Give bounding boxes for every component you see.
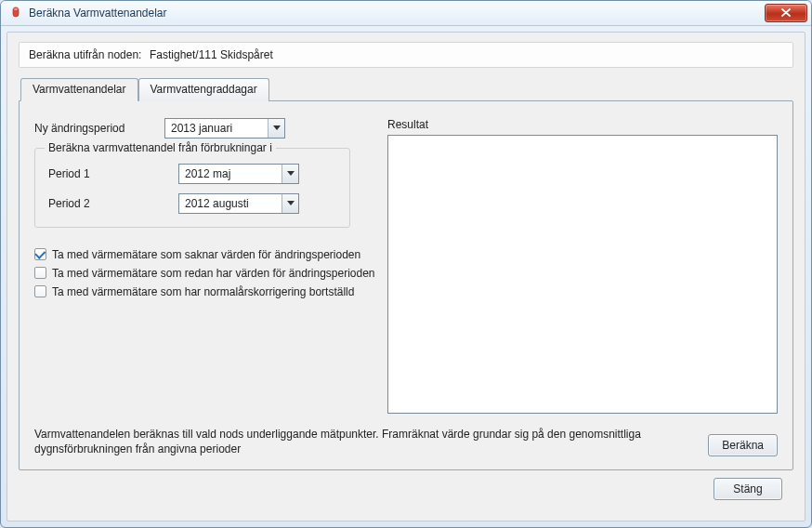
chevron-down-icon[interactable] [282, 194, 298, 213]
right-column: Resultat [387, 118, 778, 414]
new-period-row: Ny ändringsperiod 2013 januari [34, 118, 387, 139]
panel-top: Ny ändringsperiod 2013 januari Beräkna v… [34, 118, 778, 414]
period-groupbox: Beräkna varmvattenandel från förbrukning… [34, 148, 350, 228]
dialog-window: Beräkna Varmvattenandelar Beräkna utifrå… [0, 0, 812, 528]
node-context-row: Beräkna utifrån noden: Fastighet/111 Ski… [19, 42, 793, 68]
result-box[interactable] [387, 135, 778, 414]
titlebar[interactable]: Beräkna Varmvattenandelar [1, 1, 811, 26]
checkbox-section: Ta med värmemätare som saknar värden för… [34, 248, 387, 298]
result-label: Resultat [387, 118, 778, 131]
period1-dropdown[interactable]: 2012 maj [178, 164, 299, 184]
checkbox-row-3: Ta med värmemätare som har normalårskorr… [34, 285, 387, 298]
calculate-button[interactable]: Beräkna [708, 434, 778, 456]
period2-label: Period 2 [48, 197, 178, 210]
new-period-label: Ny ändringsperiod [34, 122, 164, 135]
tab-panel: Ny ändringsperiod 2013 januari Beräkna v… [19, 100, 793, 470]
checkbox-2-label: Ta med värmemätare som redan har värden … [52, 267, 375, 280]
window-title: Beräkna Varmvattenandelar [29, 7, 765, 20]
left-column: Ny ändringsperiod 2013 januari Beräkna v… [34, 118, 387, 414]
period-group-legend: Beräkna varmvattenandel från förbrukning… [45, 141, 276, 154]
close-button[interactable] [765, 4, 807, 22]
chevron-down-icon[interactable] [268, 119, 284, 138]
checkbox-row-2: Ta med värmemätare som redan har värden … [34, 267, 387, 280]
close-dialog-button[interactable]: Stäng [714, 478, 782, 500]
period1-label: Period 1 [48, 167, 178, 180]
checkbox-2[interactable] [34, 267, 46, 279]
dialog-content: Beräkna utifrån noden: Fastighet/111 Ski… [7, 32, 805, 521]
new-period-dropdown[interactable]: 2013 januari [164, 118, 285, 139]
description-text: Varmvattenandelen beräknas till vald nod… [34, 427, 708, 456]
period1-value: 2012 maj [179, 167, 282, 180]
tab-varmvattengraddagar[interactable]: Varmvattengraddagar [138, 78, 269, 101]
checkbox-3[interactable] [34, 285, 46, 297]
node-context-label: Beräkna utifrån noden: [29, 48, 150, 61]
checkbox-1-label: Ta med värmemätare som saknar värden för… [52, 248, 360, 261]
panel-bottom: Varmvattenandelen beräknas till vald nod… [34, 427, 778, 456]
new-period-value: 2013 januari [165, 122, 268, 135]
tab-varmvattenandelar[interactable]: Varmvattenandelar [20, 78, 138, 101]
chevron-down-icon[interactable] [282, 165, 298, 183]
node-context-value: Fastighet/111 Skidspåret [150, 48, 783, 61]
checkbox-1[interactable] [34, 248, 46, 260]
dialog-footer: Stäng [19, 470, 793, 509]
checkbox-row-1: Ta med värmemätare som saknar värden för… [34, 248, 387, 261]
period2-value: 2012 augusti [179, 197, 282, 210]
period2-row: Period 2 2012 augusti [48, 193, 336, 214]
tab-strip: Varmvattenandelar Varmvattengraddagar [20, 78, 793, 101]
period2-dropdown[interactable]: 2012 augusti [178, 193, 299, 214]
period1-row: Period 1 2012 maj [48, 164, 336, 184]
app-icon [8, 6, 23, 20]
close-icon [781, 8, 791, 17]
svg-point-0 [14, 8, 18, 10]
checkbox-3-label: Ta med värmemätare som har normalårskorr… [52, 285, 354, 298]
